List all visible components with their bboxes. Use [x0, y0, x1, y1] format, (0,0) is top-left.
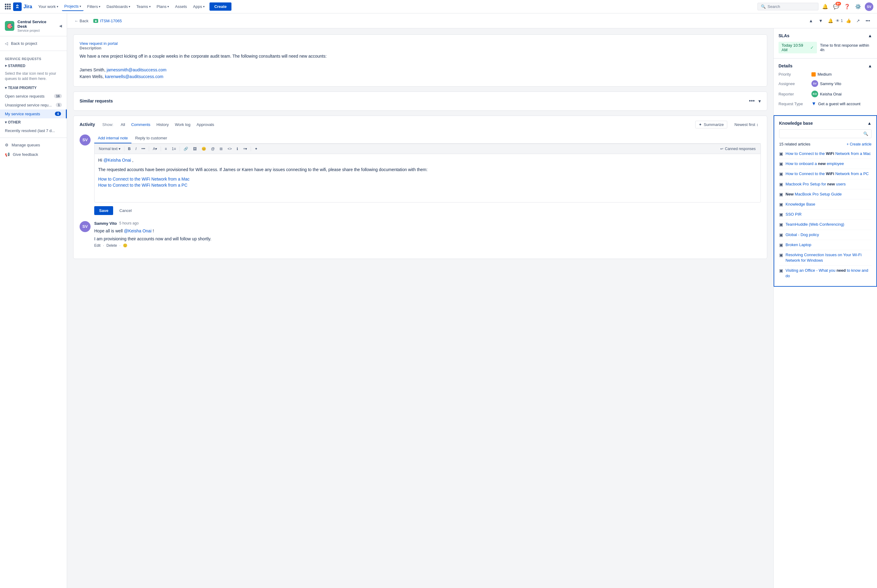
manage-queues-label: Manage queues — [12, 143, 40, 147]
editor-link-pc[interactable]: How to Connect to the WiFi Network from … — [98, 183, 757, 188]
kb-article-10[interactable]: ▣ Broken Laptop — [779, 240, 871, 250]
back-button[interactable]: ← Back — [72, 17, 91, 24]
notifications-icon-button[interactable]: 🔔 — [821, 3, 829, 11]
filter-tab-comments[interactable]: Comments — [129, 121, 153, 128]
more-format-button[interactable]: ••• — [139, 146, 147, 152]
kb-search-box[interactable]: 🔍 — [779, 129, 871, 138]
kb-article-8[interactable]: ▣ TeamHuddle (Web Conferencing) — [779, 220, 871, 230]
other-section-toggle[interactable]: ▾ OTHER — [0, 118, 67, 126]
queue-my-service-requests[interactable]: My service requests 4 — [0, 110, 67, 118]
plus-button[interactable]: +▾ — [241, 146, 249, 152]
user-avatar[interactable]: SV — [865, 3, 873, 11]
editor-body[interactable]: Hi @Keisha Onai , The requested accounts… — [94, 154, 761, 202]
editor-link-mac[interactable]: How to Connect to the WiFi Network from … — [98, 177, 757, 182]
kb-section-header[interactable]: Knowledge base ▲ — [779, 121, 871, 126]
team-priority-section-toggle[interactable]: ▾ TEAM PRIORITY — [0, 84, 67, 92]
filter-tab-history[interactable]: History — [154, 121, 171, 128]
emoji-button[interactable]: 😊 — [200, 146, 208, 152]
add-internal-note-tab[interactable]: Add internal note — [94, 133, 132, 143]
sidebar-service-requests-header: Service requests — [0, 53, 67, 62]
queue-unassigned-service-requests[interactable]: Unassigned service requ... 1 — [0, 100, 67, 110]
chat-icon-button[interactable]: 💬 9+ — [832, 3, 840, 11]
kb-article-2[interactable]: ▣ How to onboard a new employee — [779, 159, 871, 169]
search-box[interactable]: 🔍 Search — [757, 3, 819, 10]
text-color-button[interactable]: A▾ — [151, 146, 159, 152]
sidebar-collapse-button[interactable]: ◀ — [59, 24, 62, 28]
nav-projects[interactable]: Projects ▾ — [62, 2, 84, 11]
bold-button[interactable]: B — [126, 146, 133, 152]
save-button[interactable]: Save — [94, 206, 113, 215]
kb-article-7[interactable]: ▣ SSO PIR — [779, 210, 871, 220]
summarize-button[interactable]: ✦ Summarize — [695, 121, 727, 128]
share-icon-button[interactable]: ↗ — [854, 16, 862, 25]
bullet-list-button[interactable]: ≡ — [163, 146, 169, 152]
jira-logo[interactable]: Jira — [13, 3, 32, 11]
ordered-list-button[interactable]: 1≡ — [170, 146, 178, 152]
kb-search-icon: 🔍 — [863, 132, 868, 136]
italic-button[interactable]: I — [133, 146, 138, 152]
kb-article-6[interactable]: ▣ Knowledge Base — [779, 200, 871, 210]
cancel-button[interactable]: Cancel — [115, 206, 135, 215]
link-button[interactable]: 🔗 — [182, 146, 190, 152]
kb-article-3[interactable]: ▣ How to Connect to the WiFi Network fro… — [779, 169, 871, 179]
chevron-up-button[interactable]: ▲ — [807, 16, 815, 25]
filter-tab-all[interactable]: All — [118, 121, 127, 128]
canned-responses-button[interactable]: ↩ Canned responses — [718, 146, 758, 152]
nav-teams[interactable]: Teams ▾ — [134, 3, 153, 10]
queue-open-service-requests[interactable]: Open service requests 16 — [0, 92, 67, 100]
sort-button[interactable]: Newest first ↕ — [732, 121, 761, 128]
ai-button[interactable]: ✦ — [253, 146, 259, 152]
create-article-button[interactable]: + Create article — [847, 142, 871, 146]
nav-apps[interactable]: Apps ▾ — [190, 3, 207, 10]
filter-tab-approvals[interactable]: Approvals — [194, 121, 217, 128]
delete-comment-button[interactable]: Delete — [106, 243, 117, 248]
filter-tab-worklog[interactable]: Work log — [172, 121, 193, 128]
view-portal-link[interactable]: View request in portal — [79, 41, 118, 46]
kb-article-4[interactable]: ▣ Macbook Pro Setup for new users — [779, 179, 871, 189]
text-format-dropdown[interactable]: Normal text ▾ — [97, 146, 122, 152]
nav-plans[interactable]: Plans ▾ — [154, 3, 172, 10]
more-actions-button[interactable]: ••• — [864, 16, 872, 25]
queue-recently-resolved[interactable]: Recently resolved (last 7 d... — [0, 126, 67, 135]
notification-bell-icon-button[interactable]: 🔔 — [826, 16, 835, 25]
mention-button[interactable]: @ — [209, 146, 216, 152]
kb-search-input[interactable] — [783, 132, 862, 136]
kb-article-5[interactable]: ▣ New MacBook Pro Setup Guide — [779, 189, 871, 200]
code-button[interactable]: <> — [226, 146, 234, 152]
kb-article-12[interactable]: ▣ Visiting an Office - What you need to … — [779, 266, 871, 281]
thumbsup-icon-button[interactable]: 👍 — [844, 16, 853, 25]
kb-article-title-3: How to Connect to the WiFi Network from … — [786, 171, 869, 177]
image-button[interactable]: 🖼 — [191, 146, 198, 152]
chevron-teams-icon: ▾ — [149, 5, 151, 8]
chevron-down-button[interactable]: ▼ — [816, 16, 825, 25]
nav-your-work[interactable]: Your work ▾ — [36, 3, 60, 10]
edit-comment-button[interactable]: Edit — [94, 243, 100, 248]
kb-article-1[interactable]: ▣ How to Connect to the WiFi Network fro… — [779, 149, 871, 159]
nav-dashboards[interactable]: Dashboards ▾ — [104, 3, 133, 10]
sla-section-header[interactable]: SLAs ▲ — [778, 33, 872, 38]
kb-article-11[interactable]: ▣ Resolving Connection Issues on Your Wi… — [779, 250, 871, 266]
reply-to-customer-tab[interactable]: Reply to customer — [132, 133, 171, 143]
create-button[interactable]: Create — [210, 3, 231, 10]
nav-filters[interactable]: Filters ▾ — [85, 3, 103, 10]
kb-article-9[interactable]: ▣ Global - Dog policy — [779, 230, 871, 240]
sidebar-give-feedback[interactable]: 📢 Give feedback — [0, 150, 67, 159]
emoji-reaction-button[interactable]: 🙂 — [123, 243, 127, 248]
table-button[interactable]: ⊞ — [218, 146, 225, 152]
app-grid-button[interactable] — [4, 3, 12, 10]
similar-collapse-icon[interactable]: ▾ — [759, 98, 761, 104]
help-icon-button[interactable]: ❓ — [843, 3, 852, 11]
info-button[interactable]: ℹ — [235, 146, 240, 152]
details-section-header[interactable]: Details ▲ — [778, 63, 872, 68]
issue-key-display[interactable]: ■ ITSM-17065 — [93, 19, 122, 23]
sidebar-back-to-project[interactable]: ◁ Back to project — [0, 39, 67, 48]
sidebar-manage-queues[interactable]: ⚙ Manage queues — [0, 140, 67, 150]
toolbar-divider-2 — [149, 146, 149, 151]
starred-section-toggle[interactable]: ▾ STARRED — [0, 62, 67, 70]
vote-button[interactable]: 👁 1 — [836, 19, 843, 23]
queue-label: Unassigned service requ... — [5, 103, 52, 107]
settings-icon-button[interactable]: ⚙️ — [854, 3, 862, 11]
nav-assets[interactable]: Assets — [172, 3, 189, 10]
similar-more-button[interactable]: ••• — [748, 97, 756, 105]
priority-label: Priority — [778, 72, 809, 76]
